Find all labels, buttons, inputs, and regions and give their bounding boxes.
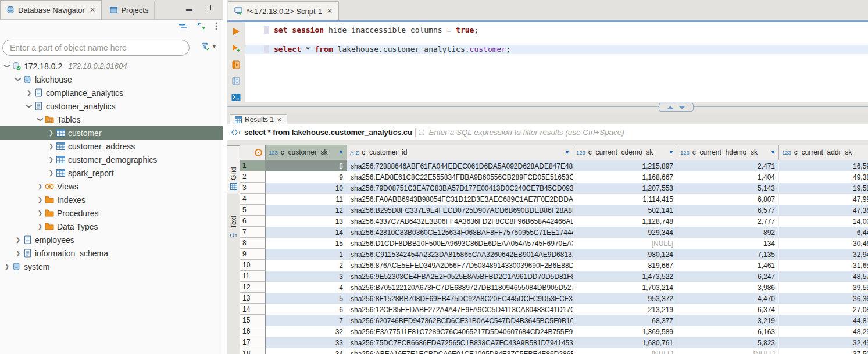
cell-c_customer_id[interactable]: sha256:75DC7FCB6686EDA72565C1B838CA7FC43…: [347, 337, 573, 348]
cell-c_current_cdemo_sk[interactable]: 980,124: [573, 249, 677, 260]
tab-sql-script[interactable]: *<172.18.0.2> Script-1 ✕: [228, 1, 339, 20]
tree-item-lakehouse[interactable]: ❯lakehouse: [0, 73, 223, 86]
expand-arrow-icon[interactable]: ❯: [14, 250, 22, 256]
tree-item-tables[interactable]: ❯Tables: [0, 113, 223, 126]
column-header-c_current_hdemo_sk[interactable]: 123c_current_hdemo_sk▼: [677, 145, 779, 160]
cell-c_customer_id[interactable]: sha256:B295D8FC337E9E4FECD0725D907ACD6B6…: [347, 205, 573, 216]
cell-c_current_cdemo_sk[interactable]: [NULL]: [573, 348, 677, 354]
cell-c_current_cdemo_sk[interactable]: 1,215,897: [573, 160, 677, 171]
cell-c_current_hdemo_sk[interactable]: 5,823: [677, 337, 779, 348]
collapse-arrow-icon[interactable]: ❯: [4, 62, 10, 70]
cell-c_current_hdemo_sk[interactable]: 7,135: [677, 249, 779, 260]
cell-c_current_hdemo_sk[interactable]: 6,577: [677, 205, 779, 216]
column-filter-icon[interactable]: ▼: [767, 149, 776, 155]
column-header-c_customer_id[interactable]: A-Zc_customer_id▼: [347, 145, 573, 160]
tree-item-views[interactable]: ❯Views: [0, 180, 223, 193]
column-header-c_customer_sk[interactable]: 123c_customer_sk▼: [266, 145, 347, 160]
cell-c_customer_sk[interactable]: 12: [266, 205, 347, 216]
cell-c_customer_id[interactable]: sha256:79D08751C3EA7C83BA57D177E00413D0C…: [347, 183, 573, 194]
collapse-up-icon[interactable]: [667, 106, 674, 109]
cell-c_customer_sk[interactable]: 9: [266, 171, 347, 183]
collapse-arrow-icon[interactable]: ❯: [15, 76, 22, 84]
cell-c_customer_id[interactable]: sha256:4337C7AB6432E3B06FF4A3636FD2F8CC8…: [347, 216, 573, 227]
results-filter-bar[interactable]: T select * from lakehouse.customer_analy…: [227, 124, 868, 141]
cell-c_current_hdemo_sk[interactable]: 4,470: [677, 293, 779, 304]
close-icon[interactable]: ✕: [90, 6, 95, 14]
cell-c_current_addr_sk[interactable]: 14,00: [779, 216, 868, 227]
cell-c_customer_id[interactable]: sha256:D1CDF8DBB10F500EA9693C86DE6DEAA05…: [347, 238, 573, 249]
sql-code-area[interactable]: set session hide_inaccessible_columns = …: [245, 22, 868, 102]
close-icon[interactable]: ✕: [277, 116, 282, 124]
expand-arrow-icon[interactable]: ❯: [14, 237, 22, 243]
row-number[interactable]: 15: [240, 315, 266, 326]
execute-statement-icon[interactable]: [231, 27, 241, 36]
row-number[interactable]: 16: [240, 326, 266, 337]
cell-c_customer_id[interactable]: sha256:876ACE5EFED349A2D56F77D5084891433…: [347, 260, 573, 271]
cell-c_current_addr_sk[interactable]: 16,59: [779, 160, 868, 171]
cell-c_customer_sk[interactable]: 33: [266, 337, 347, 348]
cell-c_current_addr_sk[interactable]: 48,29: [779, 326, 868, 337]
cell-c_customer_sk[interactable]: 4: [266, 282, 347, 293]
tree-item-172-18-0-2[interactable]: ❯172.18.0.2172.18.0.2:31604: [0, 59, 223, 73]
expand-arrow-icon[interactable]: ❯: [36, 223, 44, 230]
cell-c_current_addr_sk[interactable]: 47,36: [779, 205, 868, 216]
tree-item-compliance-analytics[interactable]: ❯compliance_analytics: [0, 86, 223, 99]
splitter-collapse-widget[interactable]: [659, 103, 694, 112]
cell-c_customer_id[interactable]: sha256:EAD8E61C8C22E555834FBBA9B60556CB2…: [347, 171, 573, 183]
tree-item-customer[interactable]: ❯customer: [0, 126, 223, 140]
column-header-c_current_addr_sk[interactable]: 123c_current_addr_sk▼: [779, 145, 868, 160]
expand-arrow-icon[interactable]: ❯: [47, 170, 55, 176]
cell-c_customer_id[interactable]: sha256:620746BED947362BCD6CF31B0A4C547DD…: [347, 315, 573, 326]
cell-c_customer_sk[interactable]: 1: [266, 249, 347, 260]
cell-c_customer_id[interactable]: sha256:B705122120A673FC7DE6889727DB11809…: [347, 282, 573, 293]
tree-item-information-schema[interactable]: ❯information_schema: [0, 246, 223, 260]
cell-c_current_addr_sk[interactable]: 6,44: [779, 227, 868, 238]
cell-c_current_cdemo_sk[interactable]: 1,703,214: [573, 282, 677, 293]
expand-arrow-icon[interactable]: ❯: [36, 196, 44, 203]
cell-c_customer_sk[interactable]: 13: [266, 216, 347, 227]
cell-c_current_cdemo_sk[interactable]: [NULL]: [573, 238, 677, 249]
sql-line-3[interactable]: select * from lakehouse.customer_analyti…: [245, 45, 868, 54]
cell-c_current_addr_sk[interactable]: 49,38: [779, 171, 868, 183]
row-number[interactable]: 3: [240, 183, 266, 194]
tree-item-system[interactable]: ❯system: [0, 260, 223, 273]
expand-arrow-icon[interactable]: ❯: [47, 130, 55, 136]
cell-c_customer_sk[interactable]: 14: [266, 227, 347, 238]
cell-c_current_hdemo_sk[interactable]: 1,461: [677, 260, 779, 271]
row-number[interactable]: 1: [240, 160, 266, 171]
cell-c_customer_sk[interactable]: 15: [266, 238, 347, 249]
sql-console-icon[interactable]: [231, 93, 241, 102]
column-filter-icon[interactable]: ▼: [335, 149, 344, 155]
row-number[interactable]: 17: [240, 337, 266, 348]
cell-c_current_addr_sk[interactable]: 47,99: [779, 194, 868, 205]
editor-results-splitter[interactable]: [227, 102, 868, 114]
tab-grid-view[interactable]: Grid: [227, 145, 240, 194]
row-gutter-header[interactable]: [240, 145, 266, 160]
maximize-view-icon[interactable]: [205, 5, 211, 10]
cell-c_customer_id[interactable]: sha256:E3A77511F81C7289C76C4065217D5D406…: [347, 326, 573, 337]
expand-arrow-icon[interactable]: ❯: [36, 210, 44, 216]
tree-item-customer-analytics[interactable]: ❯customer_analytics: [0, 99, 223, 113]
row-number[interactable]: 6: [240, 216, 266, 227]
cell-c_current_cdemo_sk[interactable]: 1,369,589: [573, 326, 677, 337]
collapse-arrow-icon[interactable]: ❯: [26, 102, 33, 110]
cell-c_current_hdemo_sk[interactable]: 6,374: [677, 304, 779, 315]
cell-c_customer_id[interactable]: sha256:72888646ABF61FA044EDEC061D6DA5A09…: [347, 160, 573, 171]
minimize-view-icon[interactable]: ▬: [186, 6, 192, 12]
cell-c_current_addr_sk[interactable]: 37,50: [779, 348, 868, 354]
cell-c_current_addr_sk[interactable]: 44,81: [779, 315, 868, 326]
cell-c_current_cdemo_sk[interactable]: 1,114,415: [573, 194, 677, 205]
row-number[interactable]: 14: [240, 304, 266, 315]
object-search-input[interactable]: [2, 40, 190, 56]
cell-c_customer_sk[interactable]: 2: [266, 260, 347, 271]
sql-line-2[interactable]: [245, 35, 868, 44]
row-number[interactable]: 4: [240, 194, 266, 205]
view-menu-icon[interactable]: [215, 22, 218, 30]
cell-c_current_cdemo_sk[interactable]: 213,219: [573, 304, 677, 315]
cell-c_customer_id[interactable]: sha256:8F1528BB708DF69EB475DC92A8C20EC44…: [347, 293, 573, 304]
cell-c_customer_sk[interactable]: 11: [266, 194, 347, 205]
cell-c_current_hdemo_sk[interactable]: 3,219: [677, 315, 779, 326]
row-number[interactable]: 10: [240, 260, 266, 271]
column-header-c_current_cdemo_sk[interactable]: 123c_current_cdemo_sk▼: [573, 145, 677, 160]
cell-c_customer_sk[interactable]: 8: [266, 160, 347, 171]
